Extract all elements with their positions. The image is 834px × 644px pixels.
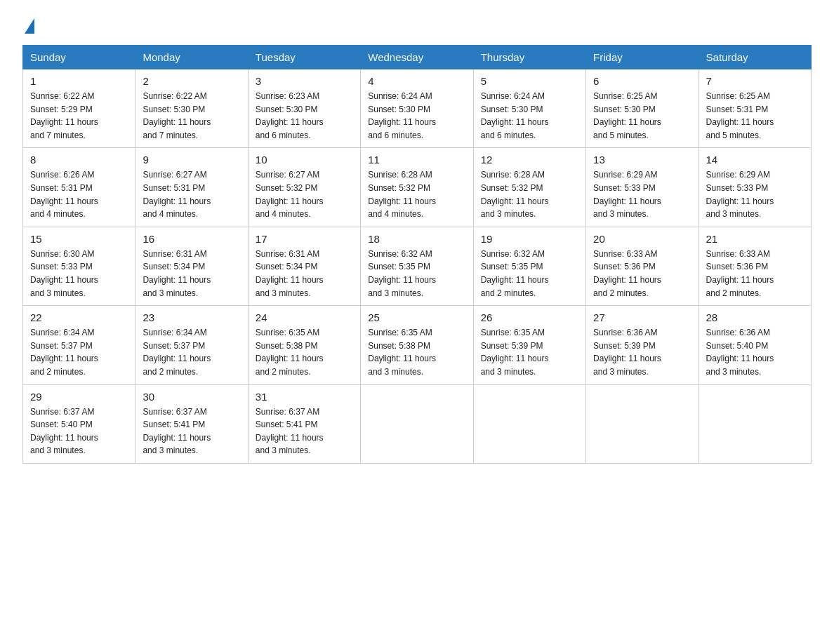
day-info: Sunrise: 6:36 AM Sunset: 5:39 PM Dayligh… <box>593 326 691 378</box>
day-number: 27 <box>593 311 691 323</box>
day-cell: 10 Sunrise: 6:27 AM Sunset: 5:32 PM Dayl… <box>248 148 360 227</box>
day-info: Sunrise: 6:26 AM Sunset: 5:31 PM Dayligh… <box>30 168 128 220</box>
day-cell: 6 Sunrise: 6:25 AM Sunset: 5:30 PM Dayli… <box>586 69 699 148</box>
day-info: Sunrise: 6:27 AM Sunset: 5:31 PM Dayligh… <box>143 168 240 220</box>
day-info: Sunrise: 6:25 AM Sunset: 5:30 PM Dayligh… <box>593 90 691 142</box>
logo <box>22 17 34 31</box>
day-number: 13 <box>593 154 691 166</box>
day-number: 29 <box>30 391 128 403</box>
week-row-3: 15 Sunrise: 6:30 AM Sunset: 5:33 PM Dayl… <box>23 227 812 305</box>
day-cell: 30 Sunrise: 6:37 AM Sunset: 5:41 PM Dayl… <box>135 384 248 463</box>
day-cell: 18 Sunrise: 6:32 AM Sunset: 5:35 PM Dayl… <box>361 227 473 305</box>
day-number: 1 <box>30 75 128 87</box>
day-number: 7 <box>706 75 804 87</box>
day-cell: 1 Sunrise: 6:22 AM Sunset: 5:29 PM Dayli… <box>23 69 135 148</box>
day-number: 22 <box>30 311 128 323</box>
day-number: 20 <box>593 233 691 245</box>
header-cell-wednesday: Wednesday <box>361 46 473 69</box>
day-cell: 11 Sunrise: 6:28 AM Sunset: 5:32 PM Dayl… <box>361 148 473 227</box>
day-cell: 22 Sunrise: 6:34 AM Sunset: 5:37 PM Dayl… <box>23 306 135 384</box>
day-info: Sunrise: 6:35 AM Sunset: 5:38 PM Dayligh… <box>368 326 465 378</box>
day-number: 26 <box>481 311 578 323</box>
day-cell: 23 Sunrise: 6:34 AM Sunset: 5:37 PM Dayl… <box>135 306 248 384</box>
day-cell: 17 Sunrise: 6:31 AM Sunset: 5:34 PM Dayl… <box>248 227 360 305</box>
header-cell-tuesday: Tuesday <box>248 46 360 69</box>
day-cell: 21 Sunrise: 6:33 AM Sunset: 5:36 PM Dayl… <box>699 227 811 305</box>
day-cell <box>699 384 811 463</box>
day-number: 16 <box>143 233 240 245</box>
day-info: Sunrise: 6:32 AM Sunset: 5:35 PM Dayligh… <box>368 248 465 300</box>
day-number: 23 <box>143 311 240 323</box>
day-cell: 3 Sunrise: 6:23 AM Sunset: 5:30 PM Dayli… <box>248 69 360 148</box>
day-cell: 12 Sunrise: 6:28 AM Sunset: 5:32 PM Dayl… <box>473 148 585 227</box>
day-info: Sunrise: 6:34 AM Sunset: 5:37 PM Dayligh… <box>30 326 128 378</box>
day-number: 25 <box>368 311 465 323</box>
day-cell: 5 Sunrise: 6:24 AM Sunset: 5:30 PM Dayli… <box>473 69 585 148</box>
day-cell: 20 Sunrise: 6:33 AM Sunset: 5:36 PM Dayl… <box>586 227 699 305</box>
day-cell: 13 Sunrise: 6:29 AM Sunset: 5:33 PM Dayl… <box>586 148 699 227</box>
week-row-4: 22 Sunrise: 6:34 AM Sunset: 5:37 PM Dayl… <box>23 306 812 384</box>
day-cell: 14 Sunrise: 6:29 AM Sunset: 5:33 PM Dayl… <box>699 148 811 227</box>
day-info: Sunrise: 6:35 AM Sunset: 5:38 PM Dayligh… <box>256 326 353 378</box>
day-number: 15 <box>30 233 128 245</box>
day-cell: 4 Sunrise: 6:24 AM Sunset: 5:30 PM Dayli… <box>361 69 473 148</box>
day-number: 21 <box>706 233 804 245</box>
day-info: Sunrise: 6:22 AM Sunset: 5:30 PM Dayligh… <box>143 90 240 142</box>
day-number: 10 <box>256 154 353 166</box>
day-info: Sunrise: 6:37 AM Sunset: 5:40 PM Dayligh… <box>30 405 128 457</box>
day-number: 12 <box>481 154 578 166</box>
day-info: Sunrise: 6:37 AM Sunset: 5:41 PM Dayligh… <box>256 405 353 457</box>
day-cell: 31 Sunrise: 6:37 AM Sunset: 5:41 PM Dayl… <box>248 384 360 463</box>
day-cell: 19 Sunrise: 6:32 AM Sunset: 5:35 PM Dayl… <box>473 227 585 305</box>
day-cell: 27 Sunrise: 6:36 AM Sunset: 5:39 PM Dayl… <box>586 306 699 384</box>
day-info: Sunrise: 6:22 AM Sunset: 5:29 PM Dayligh… <box>30 90 128 142</box>
day-number: 24 <box>256 311 353 323</box>
header-row: SundayMondayTuesdayWednesdayThursdayFrid… <box>23 46 812 69</box>
day-info: Sunrise: 6:36 AM Sunset: 5:40 PM Dayligh… <box>706 326 804 378</box>
day-info: Sunrise: 6:24 AM Sunset: 5:30 PM Dayligh… <box>368 90 465 142</box>
calendar-header: SundayMondayTuesdayWednesdayThursdayFrid… <box>23 46 812 69</box>
week-row-2: 8 Sunrise: 6:26 AM Sunset: 5:31 PM Dayli… <box>23 148 812 227</box>
header-cell-monday: Monday <box>135 46 248 69</box>
day-info: Sunrise: 6:28 AM Sunset: 5:32 PM Dayligh… <box>368 168 465 220</box>
day-number: 6 <box>593 75 691 87</box>
logo-triangle-icon <box>25 18 34 34</box>
day-info: Sunrise: 6:23 AM Sunset: 5:30 PM Dayligh… <box>256 90 353 142</box>
header-cell-saturday: Saturday <box>699 46 811 69</box>
day-number: 2 <box>143 75 240 87</box>
day-info: Sunrise: 6:31 AM Sunset: 5:34 PM Dayligh… <box>143 248 240 300</box>
day-number: 3 <box>256 75 353 87</box>
day-info: Sunrise: 6:30 AM Sunset: 5:33 PM Dayligh… <box>30 248 128 300</box>
day-info: Sunrise: 6:27 AM Sunset: 5:32 PM Dayligh… <box>256 168 353 220</box>
week-row-1: 1 Sunrise: 6:22 AM Sunset: 5:29 PM Dayli… <box>23 69 812 148</box>
day-info: Sunrise: 6:25 AM Sunset: 5:31 PM Dayligh… <box>706 90 804 142</box>
day-cell <box>361 384 473 463</box>
day-info: Sunrise: 6:33 AM Sunset: 5:36 PM Dayligh… <box>706 248 804 300</box>
day-number: 8 <box>30 154 128 166</box>
day-number: 31 <box>256 391 353 403</box>
day-number: 14 <box>706 154 804 166</box>
day-number: 30 <box>143 391 240 403</box>
day-info: Sunrise: 6:32 AM Sunset: 5:35 PM Dayligh… <box>481 248 578 300</box>
day-cell: 2 Sunrise: 6:22 AM Sunset: 5:30 PM Dayli… <box>135 69 248 148</box>
day-cell: 24 Sunrise: 6:35 AM Sunset: 5:38 PM Dayl… <box>248 306 360 384</box>
day-cell <box>586 384 699 463</box>
day-info: Sunrise: 6:29 AM Sunset: 5:33 PM Dayligh… <box>706 168 804 220</box>
calendar-body: 1 Sunrise: 6:22 AM Sunset: 5:29 PM Dayli… <box>23 69 812 464</box>
day-info: Sunrise: 6:28 AM Sunset: 5:32 PM Dayligh… <box>481 168 578 220</box>
day-info: Sunrise: 6:35 AM Sunset: 5:39 PM Dayligh… <box>481 326 578 378</box>
header-cell-friday: Friday <box>586 46 699 69</box>
day-cell: 9 Sunrise: 6:27 AM Sunset: 5:31 PM Dayli… <box>135 148 248 227</box>
header-cell-thursday: Thursday <box>473 46 585 69</box>
day-number: 9 <box>143 154 240 166</box>
day-info: Sunrise: 6:24 AM Sunset: 5:30 PM Dayligh… <box>481 90 578 142</box>
day-number: 17 <box>256 233 353 245</box>
day-number: 19 <box>481 233 578 245</box>
header-cell-sunday: Sunday <box>23 46 135 69</box>
day-cell: 7 Sunrise: 6:25 AM Sunset: 5:31 PM Dayli… <box>699 69 811 148</box>
day-info: Sunrise: 6:33 AM Sunset: 5:36 PM Dayligh… <box>593 248 691 300</box>
day-number: 5 <box>481 75 578 87</box>
day-cell: 15 Sunrise: 6:30 AM Sunset: 5:33 PM Dayl… <box>23 227 135 305</box>
day-cell: 25 Sunrise: 6:35 AM Sunset: 5:38 PM Dayl… <box>361 306 473 384</box>
day-cell: 8 Sunrise: 6:26 AM Sunset: 5:31 PM Dayli… <box>23 148 135 227</box>
